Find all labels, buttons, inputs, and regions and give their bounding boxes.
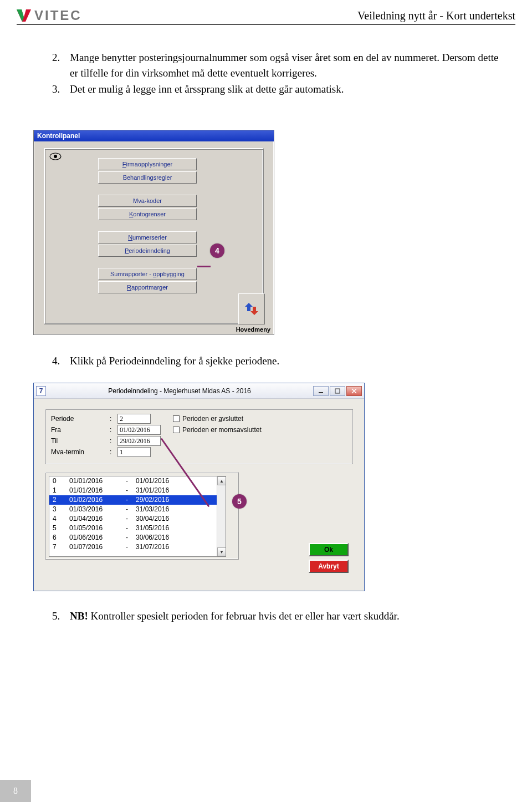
mva-koder-button[interactable]: Mva-koder xyxy=(98,195,197,207)
kontogrenser-button[interactable]: Kontogrenser xyxy=(98,208,197,220)
window-title: Kontrollpanel xyxy=(34,130,274,141)
periodeinndeling-window: 7 Periodeinndeling - Meglerhuset Midas A… xyxy=(33,383,365,591)
kontrollpanel-body: Firmaopplysninger Behandlingsregler Mva-… xyxy=(44,148,264,324)
periodeinndeling-button[interactable]: Periodeinndeling xyxy=(98,245,197,257)
svg-rect-2 xyxy=(319,392,323,393)
page-number: 8 xyxy=(0,780,31,802)
firmaopplysninger-button[interactable]: Firmaopplysninger xyxy=(98,158,197,170)
callout-marker-5: 5 xyxy=(232,494,247,509)
item-text: Klikk på Periodeinndeling for å sjekke p… xyxy=(70,355,279,367)
mid-text: 4. Klikk på Periodeinndeling for å sjekk… xyxy=(33,355,499,367)
period-form: Periode : 2 Fra : 01/02/2016 Til : 29/02… xyxy=(45,409,353,464)
swap-arrows-icon xyxy=(244,301,259,317)
periode-input[interactable]: 2 xyxy=(117,414,151,424)
svg-point-1 xyxy=(54,155,57,158)
svg-rect-3 xyxy=(335,389,340,393)
fra-input[interactable]: 01/02/2016 xyxy=(117,425,161,435)
document-title: Veiledning nytt år - Kort undertekst xyxy=(357,10,515,21)
intro-text: 2. Mange benytter posteringsjournalnumme… xyxy=(33,50,499,98)
list-item: 3. Det er mulig å legge inn et årssprang… xyxy=(52,82,499,97)
scrollbar[interactable]: ▲ ▼ xyxy=(217,476,226,556)
scroll-up-button[interactable]: ▲ xyxy=(217,476,226,485)
momsavsluttet-checkbox[interactable]: Perioden er momsavsluttet xyxy=(173,425,262,435)
hovedmeny-button[interactable] xyxy=(238,293,265,324)
callout-marker-4: 4 xyxy=(210,243,224,258)
table-row[interactable]: 501/05/2016-31/05/2016 xyxy=(49,524,217,533)
list-item: 5. NB! Kontroller spesielt perioden for … xyxy=(33,610,499,622)
maximize-button[interactable] xyxy=(330,386,345,396)
checkbox-icon xyxy=(173,415,180,422)
mva-termin-input[interactable]: 1 xyxy=(117,447,151,457)
list-item: 4. Klikk på Periodeinndeling for å sjekk… xyxy=(33,355,499,367)
hovedmeny-label: Hovedmeny xyxy=(236,326,270,333)
window-titlebar: 7 Periodeinndeling - Meglerhuset Midas A… xyxy=(34,383,364,399)
mva-termin-label: Mva-termin xyxy=(51,447,106,457)
item-text: NB! Kontroller spesielt perioden for feb… xyxy=(70,610,400,622)
item-number: 5. xyxy=(52,610,63,622)
til-input[interactable]: 29/02/2016 xyxy=(117,436,161,446)
item-text: Mange benytter posteringsjournalnummer s… xyxy=(70,50,499,80)
rapportmarger-button[interactable]: Rapportmarger xyxy=(98,281,197,293)
fra-label: Fra xyxy=(51,425,106,435)
table-row[interactable]: 101/01/2016-31/01/2016 xyxy=(49,486,217,495)
logo-text: VITEC xyxy=(34,9,82,22)
eye-icon xyxy=(49,153,62,163)
minimize-button[interactable] xyxy=(313,386,329,396)
window-body: Periode : 2 Fra : 01/02/2016 Til : 29/02… xyxy=(39,404,359,585)
window-title: Periodeinndeling - Meglerhuset Midas AS … xyxy=(46,383,313,399)
item-number: 3. xyxy=(52,82,63,97)
table-row[interactable]: 301/03/2016-31/03/2016 xyxy=(49,505,217,514)
table-row[interactable]: 701/07/2016-31/07/2016 xyxy=(49,542,217,552)
logo: VITEC xyxy=(17,9,82,22)
bottom-text: 5. NB! Kontroller spesielt perioden for … xyxy=(33,610,499,622)
til-label: Til xyxy=(51,436,106,446)
item-text: Det er mulig å legge inn et årssprang sl… xyxy=(70,82,344,97)
kontrollpanel-window: Kontrollpanel Firmaopplysninger Behandli… xyxy=(33,130,274,335)
page-header: VITEC Veiledning nytt år - Kort undertek… xyxy=(17,9,515,25)
close-button[interactable] xyxy=(346,386,362,396)
table-row[interactable]: 601/06/2016-30/06/2016 xyxy=(49,533,217,542)
table-row[interactable]: 201/02/2016-29/02/2016 xyxy=(49,495,217,505)
nummerserier-button[interactable]: Nummerserier xyxy=(98,231,197,243)
window-buttons xyxy=(313,386,362,396)
checkbox-icon xyxy=(173,427,180,433)
sumrapporter-button[interactable]: Sumrapporter - oppbygging xyxy=(98,268,197,280)
avbryt-button[interactable]: Avbryt xyxy=(309,560,349,573)
period-list[interactable]: 001/01/2016-01/01/2016101/01/2016-31/01/… xyxy=(49,476,226,557)
item-number: 4. xyxy=(52,355,63,367)
behandlingsregler-button[interactable]: Behandlingsregler xyxy=(98,171,197,184)
periode-label: Periode xyxy=(51,414,106,424)
logo-mark-icon xyxy=(17,9,31,22)
window-icon: 7 xyxy=(36,386,46,396)
avsluttet-checkbox[interactable]: Perioden er avsluttet xyxy=(173,414,243,424)
callout-connector xyxy=(197,266,211,267)
period-list-frame: 001/01/2016-01/01/2016101/01/2016-31/01/… xyxy=(45,472,239,560)
list-item: 2. Mange benytter posteringsjournalnumme… xyxy=(52,50,499,80)
ok-button[interactable]: Ok xyxy=(309,543,349,556)
item-number: 2. xyxy=(52,50,63,80)
table-row[interactable]: 401/04/2016-30/04/2016 xyxy=(49,514,217,524)
scroll-down-button[interactable]: ▼ xyxy=(217,547,226,556)
